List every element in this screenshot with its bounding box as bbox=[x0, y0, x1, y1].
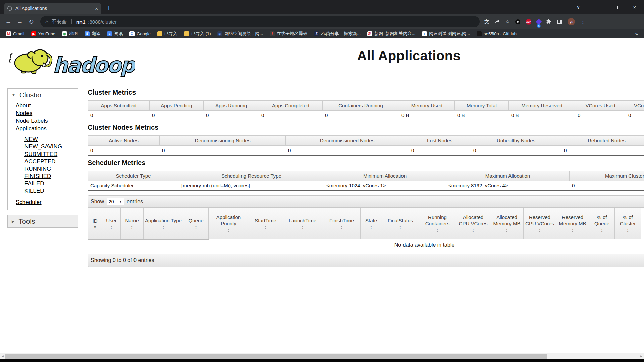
node-count-link[interactable]: 0 bbox=[561, 146, 569, 155]
column-header[interactable]: Application Priority bbox=[208, 208, 249, 239]
sidebar-state-link[interactable]: RUNNING bbox=[24, 166, 51, 172]
node-count-link[interactable]: 0 bbox=[285, 146, 293, 155]
bookmark-item[interactable]: 已导入 bbox=[155, 30, 180, 37]
window-close-button[interactable]: × bbox=[625, 4, 644, 10]
column-header[interactable]: % of Cluster bbox=[614, 208, 641, 239]
not-secure-warning-icon: ⚠ bbox=[45, 19, 49, 24]
bookmark-item[interactable]: ▶ YouTube bbox=[29, 31, 58, 37]
column-header[interactable]: ID bbox=[88, 208, 102, 239]
sidebar-state-link[interactable]: KILLED bbox=[24, 188, 44, 194]
gmail-icon: M bbox=[6, 31, 11, 36]
folder-icon bbox=[184, 31, 189, 36]
browser-tab[interactable]: All Applications × bbox=[4, 3, 101, 14]
google-icon: G bbox=[129, 31, 135, 36]
page-viewport: hadoop All Applications ▼ Cluster AboutN… bbox=[0, 38, 644, 353]
bookmark-item[interactable]: ◎ 网络空间测绘，网... bbox=[215, 30, 266, 37]
address-bar[interactable]: ⚠ 不安全 nn1 :8088/cluster bbox=[40, 16, 480, 27]
column-header[interactable]: Name bbox=[120, 208, 143, 239]
tab-close-icon[interactable]: × bbox=[95, 6, 98, 11]
sidebar-link[interactable]: Node Labels bbox=[16, 118, 48, 124]
scroll-right-arrow-icon[interactable]: ► bbox=[640, 354, 643, 359]
node-count-link[interactable]: 0 bbox=[88, 146, 96, 155]
bookmark-item[interactable]: 已导入 (1) bbox=[181, 30, 214, 37]
window-minimize-button[interactable]: — bbox=[588, 4, 606, 10]
metric-column-header: Lost Nodes bbox=[409, 135, 471, 146]
sidebar-link[interactable]: Applications bbox=[16, 125, 47, 132]
metric-column-header: Containers Running bbox=[322, 100, 399, 111]
menu-kebab-icon[interactable]: ⋮ bbox=[580, 19, 585, 25]
sidebar-state-link[interactable]: FINISHED bbox=[24, 173, 51, 180]
url-divider bbox=[71, 19, 72, 24]
cluster-nav-header[interactable]: ▼ Cluster bbox=[8, 89, 78, 101]
column-header[interactable]: Allocated CPU VCores bbox=[456, 208, 490, 239]
extension-diamond-icon[interactable]: 6 bbox=[536, 19, 542, 25]
column-header[interactable]: % of Queue bbox=[589, 208, 614, 239]
node-count-link[interactable]: 0 bbox=[409, 146, 417, 155]
reload-button[interactable]: ↻ bbox=[25, 18, 37, 26]
metric-column-header: Memory Used bbox=[399, 100, 454, 111]
metric-value: Capacity Scheduler bbox=[88, 181, 179, 190]
sidebar-state-link[interactable]: NEW_SAVING bbox=[24, 143, 62, 150]
horizontal-scrollbar[interactable]: ◄ ► bbox=[0, 353, 644, 359]
tools-nav-header[interactable]: ▶ Tools bbox=[8, 215, 78, 227]
bookmark-item[interactable]: 文 翻译 bbox=[82, 30, 103, 37]
profile-avatar[interactable]: yu bbox=[568, 18, 575, 25]
bookmark-item[interactable]: se55i0n · GitHub bbox=[474, 31, 519, 37]
column-header[interactable]: Queue bbox=[183, 208, 208, 239]
metric-value: <memory:8192, vCores:4> bbox=[446, 181, 569, 190]
bookmark-item[interactable]: M Gmail bbox=[3, 31, 27, 37]
sidebar-link[interactable]: About bbox=[16, 102, 31, 109]
node-count-link[interactable]: 0 bbox=[471, 146, 479, 155]
node-count-link[interactable]: 0 bbox=[159, 146, 167, 155]
bookmark-item[interactable]: ◐ 网速测试,测网速,网... bbox=[419, 30, 473, 37]
page-size-select[interactable]: 20 ▼ bbox=[107, 198, 124, 205]
column-header[interactable]: State bbox=[360, 208, 382, 239]
sidebar-state-link[interactable]: SUBMITTED bbox=[24, 151, 57, 158]
bookmark-item[interactable]: ! 在线子域名爆破 bbox=[267, 30, 310, 37]
new-tab-button[interactable]: + bbox=[107, 3, 111, 13]
bookmark-item[interactable]: G Google bbox=[127, 31, 153, 37]
column-header[interactable]: Application Type bbox=[143, 208, 183, 239]
sidebar-link-scheduler[interactable]: Scheduler bbox=[16, 199, 42, 205]
column-header[interactable]: Allocated Memory MB bbox=[490, 208, 523, 239]
bookmark-item[interactable]: ≡ 资讯 bbox=[104, 30, 125, 37]
window-bottom-edge bbox=[0, 359, 644, 362]
table-info-bar: Showing 0 to 0 of 0 entries bbox=[88, 254, 644, 267]
tab-search-chevron-icon[interactable]: ∨ bbox=[569, 4, 588, 10]
url-path: :8088/cluster bbox=[88, 19, 117, 25]
share-icon[interactable] bbox=[495, 19, 500, 25]
nodes-metrics-value-row: 000000 bbox=[88, 146, 644, 156]
sidebar-state-link[interactable]: NEW bbox=[24, 136, 38, 143]
metric-column-header: Apps Running bbox=[203, 100, 259, 111]
sidebar-state-link[interactable]: ACCEPTED bbox=[24, 158, 56, 165]
scrollbar-thumb[interactable] bbox=[5, 354, 547, 359]
sidebar-state-link[interactable]: FAILED bbox=[24, 180, 44, 187]
column-header[interactable]: Running Containers bbox=[419, 208, 456, 239]
column-header[interactable]: StartTime bbox=[249, 208, 282, 239]
column-header[interactable]: Reserved Memory MB bbox=[556, 208, 589, 239]
sidebar-link[interactable]: Nodes bbox=[16, 110, 32, 117]
translate-icon[interactable]: 文 bbox=[484, 19, 489, 25]
column-header[interactable]: Reserved CPU VCores bbox=[523, 208, 556, 239]
extensions-puzzle-icon[interactable] bbox=[546, 19, 552, 25]
bookmark-item[interactable]: ◉ 地图 bbox=[59, 30, 80, 37]
bookmark-item[interactable]: Z Zc菌分享 – 探索新... bbox=[311, 30, 363, 37]
extension-circle-icon[interactable] bbox=[515, 19, 520, 24]
bookmarks-overflow-chevron-icon[interactable]: » bbox=[633, 31, 641, 37]
column-header[interactable]: FinalStatus bbox=[382, 208, 419, 239]
scroll-left-arrow-icon[interactable]: ◄ bbox=[1, 354, 4, 359]
window-restore-button[interactable] bbox=[606, 4, 625, 10]
bookmark-star-icon[interactable]: ☆ bbox=[505, 19, 510, 25]
metric-column-header: Active Nodes bbox=[88, 135, 159, 146]
adblock-plus-icon[interactable]: ABP bbox=[526, 19, 531, 25]
column-header[interactable]: FinishTime bbox=[323, 208, 360, 239]
translate-bookmark-icon: 文 bbox=[85, 31, 90, 36]
metric-column-header: Memory Total bbox=[454, 100, 508, 111]
column-header[interactable]: User bbox=[102, 208, 120, 239]
side-panel-icon[interactable] bbox=[557, 20, 562, 24]
column-header[interactable]: LaunchTime bbox=[282, 208, 323, 239]
bookmark-item[interactable]: 新 新网_新网相关内容... bbox=[365, 30, 418, 37]
forward-button[interactable]: → bbox=[14, 18, 25, 25]
back-button[interactable]: ← bbox=[3, 18, 14, 25]
url-host: nn1 bbox=[76, 19, 86, 25]
